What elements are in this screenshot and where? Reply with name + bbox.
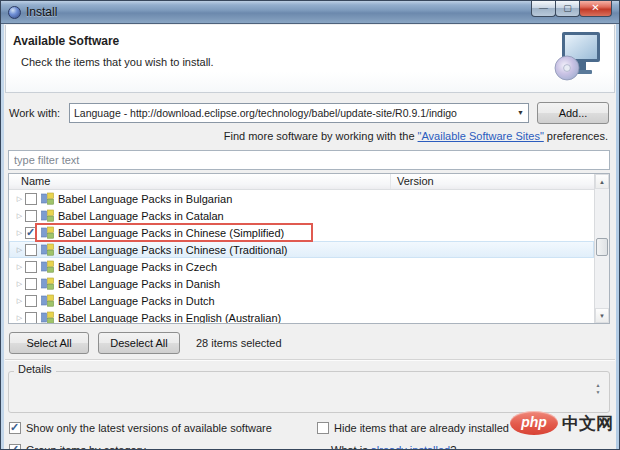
table-scrollbar[interactable]: ▲ ▼ [594,174,609,323]
row-label: Babel Language Packs in Catalan [58,210,224,222]
group-by-category-label: Group items by category [26,444,146,450]
row-checkbox[interactable] [25,210,37,222]
available-software-sites-link[interactable]: "Available Software Sites" [418,130,544,142]
separator [5,359,615,361]
table-row[interactable]: ▷ Babel Language Packs in Danish [9,275,594,292]
chevron-down-icon[interactable]: ▼ [513,109,524,116]
show-latest-label: Show only the latest versions of availab… [26,422,272,434]
install-software-icon [546,30,602,86]
window-title: Install [26,5,57,19]
scroll-down-icon[interactable]: ▼ [595,308,609,323]
row-label: Babel Language Packs in Dutch [58,295,215,307]
language-pack-icon [41,277,54,290]
table-row[interactable]: ▷ Babel Language Packs in Catalan [9,207,594,224]
maximize-button[interactable]: ▢ [555,1,580,17]
find-more-suffix: preferences. [544,130,608,142]
php-logo-icon: php [510,411,558,435]
expand-arrow-icon[interactable]: ▷ [14,280,25,288]
hide-installed-checkbox[interactable] [317,422,329,434]
find-more-text: Find more software by working with the "… [224,130,608,142]
option-show-latest[interactable]: Show only the latest versions of availab… [9,422,272,434]
deselect-all-button[interactable]: Deselect All [98,332,180,354]
row-checkbox[interactable] [25,193,37,205]
expand-arrow-icon[interactable]: ▷ [14,229,25,237]
row-checkbox[interactable] [25,295,37,307]
option-group-by-category[interactable]: Group items by category [9,444,146,450]
watermark-text: 中文网 [562,412,613,435]
table-row[interactable]: ▷ Babel Language Packs in Chinese (Tradi… [9,241,594,258]
work-with-label: Work with: [9,107,69,119]
php-watermark: php 中文网 [510,411,613,435]
row-checkbox[interactable] [25,227,37,239]
update-site-value: Language - http://download.eclipse.org/t… [74,107,513,119]
option-hide-installed[interactable]: Hide items that are already installed [317,422,509,434]
add-button[interactable]: Add... [537,102,609,124]
what-is-prefix: What is [331,444,371,450]
language-pack-icon [41,209,54,222]
hide-installed-label: Hide items that are already installed [334,422,509,434]
page-title: Available Software [13,34,119,48]
header-banner: Available Software Check the items that … [5,25,615,93]
row-label: Babel Language Packs in Czech [58,261,217,273]
app-icon [8,6,21,19]
expand-arrow-icon[interactable]: ▷ [14,297,25,305]
table-header: Name Version [9,174,594,190]
software-table: Name Version ▷ Babel Language Packs in B… [8,173,610,324]
group-by-category-checkbox[interactable] [9,444,21,450]
table-row[interactable]: ▷ Babel Language Packs in English (Austr… [9,309,594,323]
table-row[interactable]: ▷ Babel Language Packs in Czech [9,258,594,275]
page-subtitle: Check the items that you wish to install… [21,56,214,68]
minimize-button[interactable]: — [531,1,556,17]
expand-arrow-icon[interactable]: ▷ [14,195,25,203]
install-dialog: Install — ▢ ✕ Available Software Check t… [0,0,620,450]
details-panel: ▲ ▼ [8,371,610,413]
select-all-button[interactable]: Select All [9,332,89,354]
filter-input[interactable] [8,150,610,170]
row-label: Babel Language Packs in English (Austral… [58,312,281,324]
spinner-up-icon[interactable]: ▲ [596,382,601,389]
table-row[interactable]: ▷ Babel Language Packs in Chinese (Simpl… [9,224,594,241]
language-pack-icon [41,243,54,256]
expand-arrow-icon[interactable]: ▷ [14,314,25,322]
find-more-prefix: Find more software by working with the [224,130,418,142]
column-header-version[interactable]: Version [391,174,594,189]
spinner-down-icon[interactable]: ▼ [596,389,601,396]
update-site-combobox[interactable]: Language - http://download.eclipse.org/t… [69,103,529,123]
expand-arrow-icon[interactable]: ▷ [14,212,25,220]
row-label: Babel Language Packs in Bulgarian [58,193,232,205]
selection-status: 28 items selected [196,337,282,349]
column-header-name[interactable]: Name [9,174,391,189]
row-checkbox[interactable] [25,261,37,273]
already-installed-link[interactable]: already installed [371,444,451,450]
show-latest-checkbox[interactable] [9,422,21,434]
language-pack-icon [41,192,54,205]
row-label: Babel Language Packs in Danish [58,278,220,290]
row-checkbox[interactable] [25,278,37,290]
expand-arrow-icon[interactable]: ▷ [14,246,25,254]
row-label: Babel Language Packs in Chinese (Simplif… [58,227,284,239]
language-pack-icon [41,226,54,239]
what-is-installed-text: What is already installed? [331,444,456,450]
row-checkbox[interactable] [25,244,37,256]
details-label: Details [14,363,56,375]
expand-arrow-icon[interactable]: ▷ [14,263,25,271]
close-button[interactable]: ✕ [579,1,612,17]
titlebar: Install — ▢ ✕ [1,1,619,24]
language-pack-icon [41,260,54,273]
language-pack-icon [41,311,54,323]
table-row[interactable]: ▷ Babel Language Packs in Dutch [9,292,594,309]
language-pack-icon [41,294,54,307]
what-is-suffix: ? [450,444,456,450]
scrollbar-thumb[interactable] [596,238,608,256]
table-body: ▷ Babel Language Packs in Bulgarian ▷ Ba… [9,190,594,323]
row-checkbox[interactable] [25,312,37,324]
table-row[interactable]: ▷ Babel Language Packs in Bulgarian [9,190,594,207]
scroll-up-icon[interactable]: ▲ [595,174,609,189]
row-label: Babel Language Packs in Chinese (Traditi… [58,244,288,256]
